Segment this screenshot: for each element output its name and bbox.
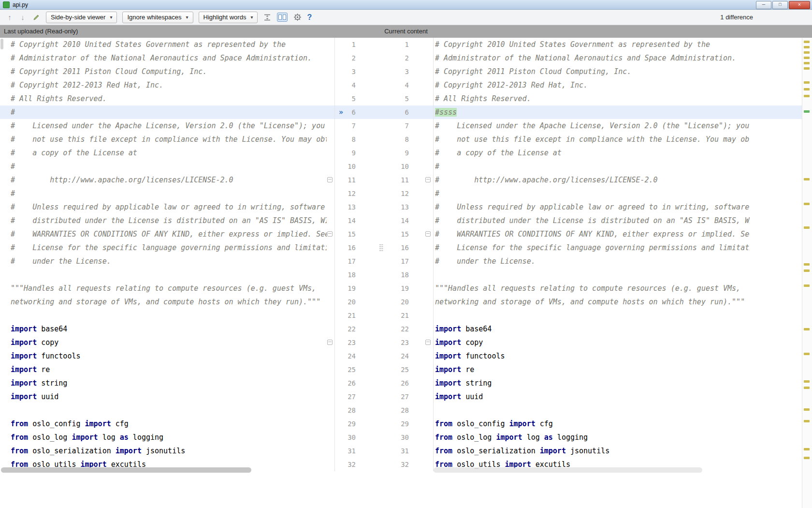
viewer-mode-dropdown[interactable]: Side-by-side viewer ▾ [46, 12, 117, 23]
error-stripe-mark[interactable] [804, 41, 810, 43]
left-code-line[interactable]: import functools [0, 349, 327, 363]
left-code-line[interactable]: """Handles all requests relating to comp… [0, 282, 327, 295]
error-stripe-mark[interactable] [804, 226, 810, 229]
fold-marker-icon[interactable] [327, 340, 333, 345]
error-stripe-mark[interactable] [804, 88, 810, 90]
error-stripe-mark[interactable] [804, 81, 810, 84]
right-code-line[interactable]: import uuid [433, 390, 802, 403]
error-stripe-mark[interactable] [804, 46, 810, 48]
right-code-line[interactable]: """Handles all requests relating to comp… [433, 282, 802, 295]
highlight-mode-dropdown[interactable]: Highlight words ▾ [199, 12, 258, 23]
right-code-line[interactable] [433, 403, 802, 417]
right-code-line[interactable]: # License for the specific language gove… [433, 241, 802, 254]
right-code-line[interactable]: #ssss [433, 105, 802, 119]
left-code-line[interactable]: # [0, 187, 327, 200]
left-code-line[interactable]: # WARRANTIES OR CONDITIONS OF ANY KIND, … [0, 227, 327, 241]
right-code-line[interactable]: import copy [433, 336, 802, 349]
right-code-line[interactable]: # Copyright 2010 United States Governmen… [433, 38, 802, 51]
error-stripe-mark[interactable] [804, 57, 810, 59]
right-code-line[interactable]: networking and storage of VMs, and compu… [433, 295, 802, 309]
left-code-line[interactable]: # Copyright 2012-2013 Red Hat, Inc. [0, 78, 327, 92]
left-code-line[interactable]: networking and storage of VMs, and compu… [0, 295, 327, 309]
left-code-line[interactable]: # under the License. [0, 254, 327, 268]
error-stripe-mark[interactable] [804, 284, 810, 287]
left-horizontal-scrollbar-thumb[interactable] [1, 467, 251, 473]
left-code-line[interactable]: import copy [0, 336, 327, 349]
right-code-line[interactable]: # distributed under the License is distr… [433, 214, 802, 227]
apply-change-chevron-icon[interactable]: » [339, 105, 343, 119]
right-horizontal-scrollbar-thumb[interactable] [434, 467, 702, 473]
right-code-line[interactable]: # Unless required by applicable law or a… [433, 200, 802, 214]
error-stripe-mark[interactable] [804, 448, 810, 450]
left-code-line[interactable]: # Copyright 2010 United States Governmen… [0, 38, 327, 51]
maximize-button[interactable]: □ [772, 1, 788, 9]
left-scroll-indicator[interactable] [0, 39, 3, 49]
error-stripe[interactable] [802, 38, 812, 508]
right-code-line[interactable]: import base64 [433, 322, 802, 336]
left-code-line[interactable]: # Licensed under the Apache License, Ver… [0, 119, 327, 133]
left-code-line[interactable]: # All Rights Reserved. [0, 92, 327, 105]
left-code-line[interactable] [0, 403, 327, 417]
synchronize-scrolling-icon[interactable] [277, 13, 288, 22]
right-code-line[interactable]: # under the License. [433, 254, 802, 268]
fold-marker-icon[interactable] [425, 231, 431, 237]
left-code-line[interactable]: # License for the specific language gove… [0, 241, 327, 254]
right-code-line[interactable]: # http://www.apache.org/licenses/LICENSE… [433, 173, 802, 187]
left-code-line[interactable]: import uuid [0, 390, 327, 403]
close-button[interactable]: × [789, 1, 810, 9]
previous-difference-button[interactable]: ↑ [6, 13, 14, 21]
right-code-line[interactable]: # [433, 160, 802, 173]
right-code-line[interactable] [433, 309, 802, 322]
right-code-line[interactable]: from oslo_log import log as logging [433, 431, 802, 444]
error-stripe-mark[interactable] [804, 67, 810, 70]
fold-marker-icon[interactable] [327, 231, 333, 237]
left-code-line[interactable]: # Unless required by applicable law or a… [0, 200, 327, 214]
error-stripe-mark[interactable] [804, 178, 810, 180]
splitter-grip-icon[interactable] [379, 244, 383, 252]
right-code-line[interactable]: from oslo_serialization import jsonutils [433, 444, 802, 458]
collapse-unchanged-icon[interactable] [263, 13, 272, 22]
left-code-line[interactable]: # not use this file except in compliance… [0, 133, 327, 146]
left-code-line[interactable]: from oslo_log import log as logging [0, 431, 327, 444]
left-code-line[interactable]: from oslo_config import cfg [0, 417, 327, 431]
right-code-line[interactable]: # All Rights Reserved. [433, 92, 802, 105]
left-code-line[interactable]: # distributed under the License is distr… [0, 214, 327, 227]
error-stripe-mark[interactable] [804, 380, 810, 383]
error-stripe-mark[interactable] [804, 263, 810, 266]
error-stripe-mark[interactable] [804, 328, 810, 330]
fold-marker-icon[interactable] [425, 340, 431, 345]
left-code-line[interactable] [0, 268, 327, 282]
right-code-line[interactable]: # Copyright 2011 Piston Cloud Computing,… [433, 65, 802, 78]
minimize-button[interactable]: ─ [756, 1, 771, 9]
left-code-line[interactable] [0, 309, 327, 322]
fold-marker-icon[interactable] [327, 177, 333, 182]
right-code-line[interactable]: import functools [433, 349, 802, 363]
right-code-line[interactable]: # Licensed under the Apache License, Ver… [433, 119, 802, 133]
left-code-line[interactable]: from oslo_serialization import jsonutils [0, 444, 327, 458]
left-code-line[interactable]: # Administrator of the National Aeronaut… [0, 51, 327, 65]
left-code-line[interactable]: # [0, 105, 327, 119]
left-code-line[interactable]: import re [0, 363, 327, 376]
left-code-line[interactable]: # [0, 160, 327, 173]
help-icon[interactable]: ? [307, 13, 312, 22]
right-code-line[interactable]: import string [433, 376, 802, 390]
right-code-line[interactable]: # Administrator of the National Aeronaut… [433, 51, 802, 65]
right-code-line[interactable]: from oslo_config import cfg [433, 417, 802, 431]
edit-file-icon[interactable] [32, 13, 41, 22]
error-stripe-mark[interactable] [804, 420, 810, 422]
fold-marker-icon[interactable] [425, 177, 431, 182]
right-code-line[interactable] [433, 268, 802, 282]
left-code-line[interactable]: import string [0, 376, 327, 390]
error-stripe-mark[interactable] [804, 62, 810, 64]
next-difference-button[interactable]: ↓ [19, 13, 27, 21]
left-code-line[interactable]: # Copyright 2011 Piston Cloud Computing,… [0, 65, 327, 78]
gear-icon[interactable] [293, 13, 302, 22]
error-stripe-mark[interactable] [804, 203, 810, 205]
whitespace-policy-dropdown[interactable]: Ignore whitespaces ▾ [122, 12, 193, 23]
left-code-line[interactable]: import base64 [0, 322, 327, 336]
right-code-line[interactable]: import re [433, 363, 802, 376]
error-stripe-mark[interactable] [804, 457, 810, 459]
right-code-line[interactable]: # WARRANTIES OR CONDITIONS OF ANY KIND, … [433, 227, 802, 241]
right-code-line[interactable]: # a copy of the License at [433, 146, 802, 160]
error-stripe-mark[interactable] [804, 110, 810, 113]
